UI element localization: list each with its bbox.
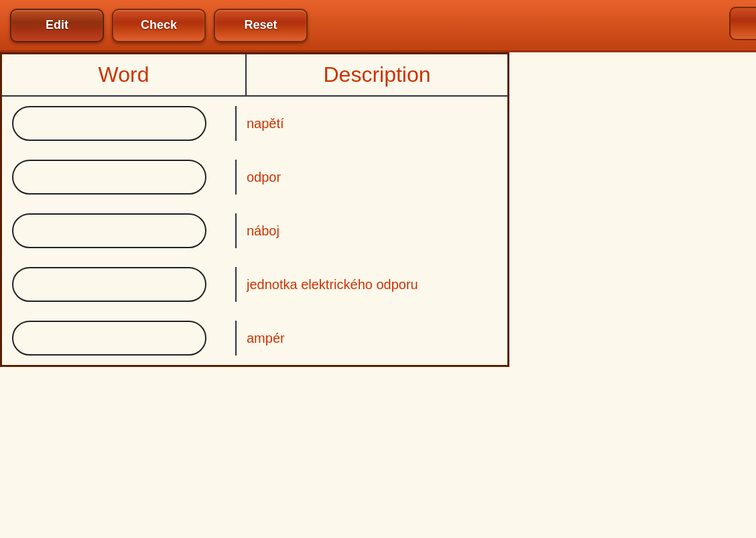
description-cell-4: jednotka elektrického odporu [237,277,497,292]
toolbar: Edit Check Reset [0,0,756,52]
word-input-2[interactable] [12,160,206,195]
check-button[interactable]: Check [112,9,206,42]
description-cell-2: odpor [237,170,497,185]
table-row: náboj [2,204,507,258]
description-column-header: Description [247,54,507,95]
extra-button-partial [729,7,756,40]
description-cell-3: náboj [237,223,497,239]
word-cell-5 [12,321,237,356]
word-cell-1 [12,106,237,141]
table-row: odpor [2,150,507,204]
description-cell-1: napětí [237,116,497,131]
table-row: jednotka elektrického odporu [2,258,507,311]
word-input-1[interactable] [12,106,206,141]
word-cell-2 [12,160,237,195]
table-row: napětí [2,97,507,150]
main-content: Word Description napětí odpor náboj [0,52,756,367]
edit-button[interactable]: Edit [10,9,104,42]
word-column-header: Word [2,54,247,95]
word-input-4[interactable] [12,267,206,302]
word-input-5[interactable] [12,321,206,356]
table-header: Word Description [2,54,507,97]
word-cell-4 [12,267,237,302]
vocabulary-table: Word Description napětí odpor náboj [0,52,509,367]
word-cell-3 [12,213,237,248]
description-cell-5: ampér [237,331,497,346]
reset-button[interactable]: Reset [214,9,308,42]
table-row: ampér [2,311,507,365]
word-input-3[interactable] [12,213,206,248]
